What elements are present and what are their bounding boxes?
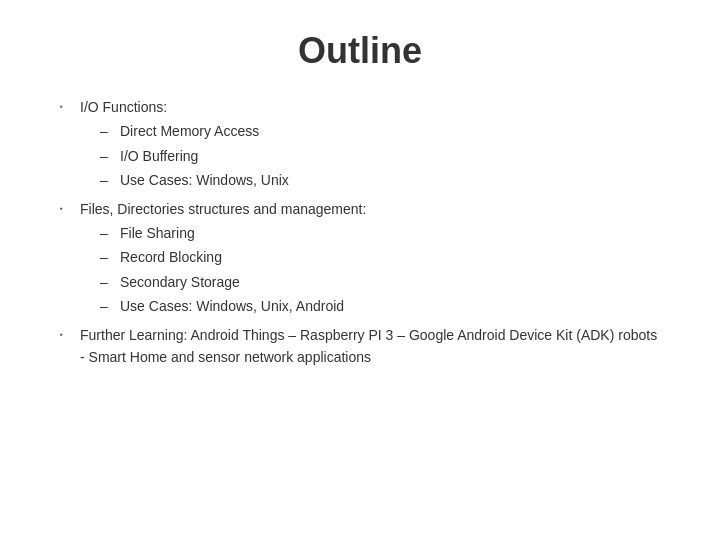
sub-item-label-2-1: File Sharing bbox=[120, 222, 195, 244]
bullet-label-1: I/O Functions: bbox=[80, 99, 167, 115]
dash-1-2: – bbox=[100, 145, 120, 167]
bullet-label-2: Files, Directories structures and manage… bbox=[80, 201, 366, 217]
sub-item-label-1-1: Direct Memory Access bbox=[120, 120, 259, 142]
dash-1-3: – bbox=[100, 169, 120, 191]
slide-title: Outline bbox=[298, 30, 422, 72]
sub-item-label-1-3: Use Cases: Windows, Unix bbox=[120, 169, 289, 191]
dash-2-3: – bbox=[100, 271, 120, 293]
further-text: Further Learning: Android Things – Raspb… bbox=[80, 324, 660, 369]
bullet-symbol-1: ▪ bbox=[60, 101, 80, 114]
sub-item-1-1: – Direct Memory Access bbox=[100, 120, 660, 142]
bullet-symbol-2: ▪ bbox=[60, 203, 80, 216]
dash-1-1: – bbox=[100, 120, 120, 142]
sub-item-1-2: – I/O Buffering bbox=[100, 145, 660, 167]
sub-item-2-4: – Use Cases: Windows, Unix, Android bbox=[100, 295, 660, 317]
bullet-item-1: ▪ I/O Functions: – Direct Memory Access … bbox=[60, 96, 660, 194]
bullet-text-1: I/O Functions: – Direct Memory Access – … bbox=[80, 96, 660, 194]
bullet-item-2: ▪ Files, Directories structures and mana… bbox=[60, 198, 660, 320]
sub-item-2-1: – File Sharing bbox=[100, 222, 660, 244]
bullet-item-3: ▪ Further Learning: Android Things – Ras… bbox=[60, 324, 660, 369]
bullet-text-2: Files, Directories structures and manage… bbox=[80, 198, 660, 320]
slide: Outline ▪ I/O Functions: – Direct Memory… bbox=[0, 0, 720, 540]
sub-item-label-2-4: Use Cases: Windows, Unix, Android bbox=[120, 295, 344, 317]
sub-list-2: – File Sharing – Record Blocking – Secon… bbox=[100, 222, 660, 318]
sub-item-label-2-3: Secondary Storage bbox=[120, 271, 240, 293]
bullet-symbol-3: ▪ bbox=[60, 329, 80, 342]
sub-item-label-1-2: I/O Buffering bbox=[120, 145, 198, 167]
dash-2-4: – bbox=[100, 295, 120, 317]
sub-item-2-3: – Secondary Storage bbox=[100, 271, 660, 293]
sub-item-1-3: – Use Cases: Windows, Unix bbox=[100, 169, 660, 191]
dash-2-2: – bbox=[100, 246, 120, 268]
sub-item-label-2-2: Record Blocking bbox=[120, 246, 222, 268]
sub-item-2-2: – Record Blocking bbox=[100, 246, 660, 268]
sub-list-1: – Direct Memory Access – I/O Buffering –… bbox=[100, 120, 660, 191]
dash-2-1: – bbox=[100, 222, 120, 244]
content-area: ▪ I/O Functions: – Direct Memory Access … bbox=[60, 96, 660, 368]
